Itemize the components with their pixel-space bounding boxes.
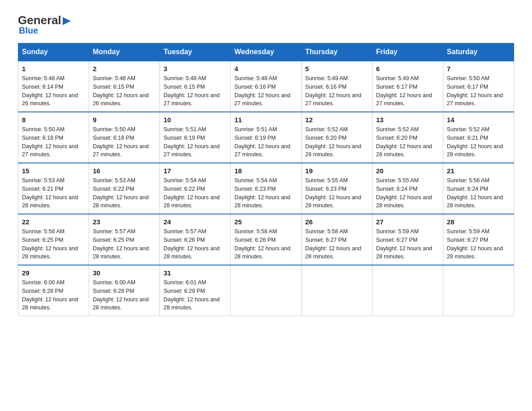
- day-number: 27: [376, 218, 439, 226]
- day-number: 14: [447, 116, 510, 124]
- header-cell-thursday: Thursday: [301, 43, 372, 61]
- day-info: Sunrise: 5:52 AMSunset: 6:20 PMDaylight:…: [305, 125, 369, 159]
- week-row-2: 8Sunrise: 5:50 AMSunset: 6:18 PMDaylight…: [18, 112, 514, 163]
- day-number: 15: [22, 167, 85, 175]
- logo-triangle: [63, 13, 71, 27]
- header-cell-friday: Friday: [372, 43, 443, 61]
- day-info: Sunrise: 5:55 AMSunset: 6:23 PMDaylight:…: [305, 176, 369, 210]
- day-number: 23: [93, 218, 156, 226]
- day-info: Sunrise: 5:48 AMSunset: 6:14 PMDaylight:…: [22, 74, 85, 108]
- day-number: 4: [234, 65, 297, 73]
- svg-marker-0: [63, 17, 71, 25]
- day-number: 10: [163, 116, 227, 124]
- day-cell: 9Sunrise: 5:50 AMSunset: 6:18 PMDaylight…: [89, 112, 160, 163]
- day-info: Sunrise: 5:59 AMSunset: 6:27 PMDaylight:…: [447, 227, 510, 261]
- day-cell: 8Sunrise: 5:50 AMSunset: 6:18 PMDaylight…: [18, 112, 89, 163]
- day-cell: 26Sunrise: 5:58 AMSunset: 6:27 PMDayligh…: [301, 214, 372, 265]
- day-number: 30: [93, 269, 156, 277]
- day-cell: 12Sunrise: 5:52 AMSunset: 6:20 PMDayligh…: [301, 112, 372, 163]
- day-cell: 15Sunrise: 5:53 AMSunset: 6:21 PMDayligh…: [18, 163, 89, 214]
- logo-blue: Blue: [18, 26, 38, 36]
- day-cell: 18Sunrise: 5:54 AMSunset: 6:23 PMDayligh…: [231, 163, 301, 214]
- day-number: 26: [305, 218, 369, 226]
- day-number: 1: [22, 65, 85, 73]
- day-number: 18: [234, 167, 297, 175]
- day-cell: [443, 265, 514, 316]
- day-info: Sunrise: 5:49 AMSunset: 6:17 PMDaylight:…: [376, 74, 439, 108]
- day-number: 29: [22, 269, 85, 277]
- day-number: 6: [376, 65, 439, 73]
- day-number: 8: [22, 116, 85, 124]
- day-info: Sunrise: 5:53 AMSunset: 6:22 PMDaylight:…: [93, 176, 156, 210]
- day-cell: [231, 265, 301, 316]
- day-number: 7: [447, 65, 510, 73]
- day-info: Sunrise: 6:00 AMSunset: 6:28 PMDaylight:…: [22, 278, 85, 312]
- day-cell: 3Sunrise: 5:48 AMSunset: 6:15 PMDaylight…: [160, 61, 231, 112]
- calendar-table: SundayMondayTuesdayWednesdayThursdayFrid…: [18, 43, 514, 316]
- day-info: Sunrise: 5:55 AMSunset: 6:24 PMDaylight:…: [376, 176, 439, 210]
- day-number: 22: [22, 218, 85, 226]
- calendar-body: 1Sunrise: 5:48 AMSunset: 6:14 PMDaylight…: [18, 61, 514, 316]
- day-info: Sunrise: 5:48 AMSunset: 6:15 PMDaylight:…: [163, 74, 227, 108]
- day-number: 12: [305, 116, 369, 124]
- day-number: 21: [447, 167, 510, 175]
- day-number: 24: [163, 218, 227, 226]
- day-cell: 5Sunrise: 5:49 AMSunset: 6:16 PMDaylight…: [301, 61, 372, 112]
- day-info: Sunrise: 5:50 AMSunset: 6:18 PMDaylight:…: [93, 125, 156, 159]
- day-cell: 22Sunrise: 5:56 AMSunset: 6:25 PMDayligh…: [18, 214, 89, 265]
- day-info: Sunrise: 5:59 AMSunset: 6:27 PMDaylight:…: [376, 227, 439, 261]
- day-cell: 27Sunrise: 5:59 AMSunset: 6:27 PMDayligh…: [372, 214, 443, 265]
- day-info: Sunrise: 5:52 AMSunset: 6:21 PMDaylight:…: [447, 125, 510, 159]
- day-info: Sunrise: 5:58 AMSunset: 6:26 PMDaylight:…: [234, 227, 297, 261]
- day-info: Sunrise: 5:48 AMSunset: 6:16 PMDaylight:…: [234, 74, 297, 108]
- day-cell: 19Sunrise: 5:55 AMSunset: 6:23 PMDayligh…: [301, 163, 372, 214]
- day-number: 11: [234, 116, 297, 124]
- day-info: Sunrise: 6:00 AMSunset: 6:28 PMDaylight:…: [93, 278, 156, 312]
- day-number: 9: [93, 116, 156, 124]
- day-cell: 28Sunrise: 5:59 AMSunset: 6:27 PMDayligh…: [443, 214, 514, 265]
- day-cell: 6Sunrise: 5:49 AMSunset: 6:17 PMDaylight…: [372, 61, 443, 112]
- day-info: Sunrise: 5:51 AMSunset: 6:19 PMDaylight:…: [234, 125, 297, 159]
- page-header: General Blue: [18, 13, 514, 36]
- week-row-3: 15Sunrise: 5:53 AMSunset: 6:21 PMDayligh…: [18, 163, 514, 214]
- day-number: 2: [93, 65, 156, 73]
- day-number: 13: [376, 116, 439, 124]
- day-cell: 30Sunrise: 6:00 AMSunset: 6:28 PMDayligh…: [89, 265, 160, 316]
- header-cell-tuesday: Tuesday: [160, 43, 231, 61]
- day-number: 25: [234, 218, 297, 226]
- day-cell: 4Sunrise: 5:48 AMSunset: 6:16 PMDaylight…: [231, 61, 301, 112]
- day-info: Sunrise: 6:01 AMSunset: 6:29 PMDaylight:…: [163, 278, 227, 312]
- day-cell: 10Sunrise: 5:51 AMSunset: 6:19 PMDayligh…: [160, 112, 231, 163]
- logo: General Blue: [18, 13, 71, 36]
- day-cell: 24Sunrise: 5:57 AMSunset: 6:26 PMDayligh…: [160, 214, 231, 265]
- day-info: Sunrise: 5:57 AMSunset: 6:26 PMDaylight:…: [163, 227, 227, 261]
- week-row-1: 1Sunrise: 5:48 AMSunset: 6:14 PMDaylight…: [18, 61, 514, 112]
- day-cell: 29Sunrise: 6:00 AMSunset: 6:28 PMDayligh…: [18, 265, 89, 316]
- day-cell: 20Sunrise: 5:55 AMSunset: 6:24 PMDayligh…: [372, 163, 443, 214]
- day-info: Sunrise: 5:53 AMSunset: 6:21 PMDaylight:…: [22, 176, 85, 210]
- day-cell: 11Sunrise: 5:51 AMSunset: 6:19 PMDayligh…: [231, 112, 301, 163]
- day-cell: 23Sunrise: 5:57 AMSunset: 6:25 PMDayligh…: [89, 214, 160, 265]
- calendar-header: SundayMondayTuesdayWednesdayThursdayFrid…: [18, 43, 514, 61]
- day-info: Sunrise: 5:50 AMSunset: 6:17 PMDaylight:…: [447, 74, 510, 108]
- day-number: 5: [305, 65, 369, 73]
- header-cell-wednesday: Wednesday: [231, 43, 301, 61]
- day-cell: 16Sunrise: 5:53 AMSunset: 6:22 PMDayligh…: [89, 163, 160, 214]
- day-number: 20: [376, 167, 439, 175]
- week-row-5: 29Sunrise: 6:00 AMSunset: 6:28 PMDayligh…: [18, 265, 514, 316]
- header-cell-saturday: Saturday: [443, 43, 514, 61]
- day-cell: 1Sunrise: 5:48 AMSunset: 6:14 PMDaylight…: [18, 61, 89, 112]
- day-cell: [372, 265, 443, 316]
- day-cell: 21Sunrise: 5:56 AMSunset: 6:24 PMDayligh…: [443, 163, 514, 214]
- day-cell: 25Sunrise: 5:58 AMSunset: 6:26 PMDayligh…: [231, 214, 301, 265]
- day-info: Sunrise: 5:56 AMSunset: 6:24 PMDaylight:…: [447, 176, 510, 210]
- day-info: Sunrise: 5:51 AMSunset: 6:19 PMDaylight:…: [163, 125, 227, 159]
- day-cell: 2Sunrise: 5:48 AMSunset: 6:15 PMDaylight…: [89, 61, 160, 112]
- day-number: 28: [447, 218, 510, 226]
- day-cell: 14Sunrise: 5:52 AMSunset: 6:21 PMDayligh…: [443, 112, 514, 163]
- day-number: 31: [163, 269, 227, 277]
- day-cell: [301, 265, 372, 316]
- day-cell: 13Sunrise: 5:52 AMSunset: 6:20 PMDayligh…: [372, 112, 443, 163]
- day-number: 16: [93, 167, 156, 175]
- day-number: 17: [163, 167, 227, 175]
